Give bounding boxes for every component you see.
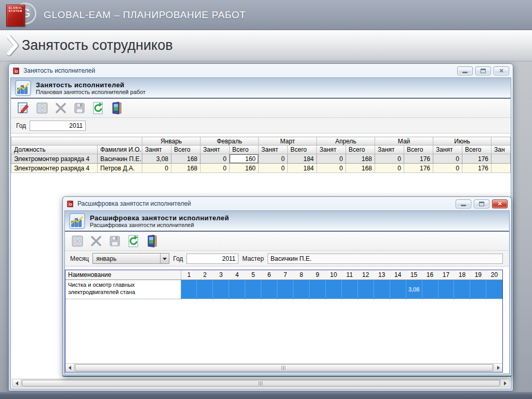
day-header[interactable]: 9 [310, 270, 326, 280]
column-header-total[interactable]: Всего [230, 145, 259, 154]
day-header[interactable]: 5 [245, 270, 261, 280]
cell-value[interactable]: 176 [462, 164, 491, 173]
gantt-bar-cell[interactable] [229, 280, 245, 299]
cell-value[interactable]: 184 [288, 154, 317, 164]
gantt-bar-cell[interactable] [277, 280, 294, 299]
cell-name[interactable]: Васичкин П.Е. [98, 154, 142, 164]
cell-value[interactable]: 0 [201, 164, 230, 173]
gantt-bar-cell[interactable] [245, 280, 261, 299]
gantt-bar-cell[interactable] [294, 280, 310, 299]
minimize-button[interactable] [456, 200, 471, 208]
gantt-bar-cell[interactable] [181, 280, 197, 299]
cell-value-partial[interactable] [491, 164, 511, 173]
task-name-cell[interactable]: Чистка и осмотр главных электродвигателе… [65, 280, 181, 299]
table-row[interactable]: Электромонтер разряда 4 Петров Д.А. 0 16… [11, 164, 511, 173]
column-header-total[interactable]: Всего [462, 145, 491, 154]
gantt-bar-cell[interactable] [438, 280, 454, 299]
day-header[interactable]: 18 [454, 270, 470, 280]
month-header[interactable]: Май [375, 137, 433, 145]
cell-value[interactable]: 0 [201, 154, 230, 164]
day-header[interactable]: 20 [486, 270, 502, 280]
gantt-bar-cell[interactable] [374, 280, 390, 299]
exit-button[interactable] [145, 234, 159, 248]
cell-value[interactable]: 168 [171, 164, 201, 173]
minimize-button[interactable] [457, 66, 473, 75]
cell-value-focused[interactable]: 160 [230, 154, 259, 164]
year-input[interactable] [187, 254, 238, 264]
exit-button[interactable] [110, 101, 124, 115]
scrollbar-thumb[interactable] [75, 364, 493, 371]
refresh-button[interactable] [91, 101, 105, 115]
day-header[interactable]: 7 [277, 270, 294, 280]
day-header[interactable]: 6 [261, 270, 277, 280]
month-header[interactable]: Апрель [317, 137, 375, 145]
month-header[interactable]: Март [259, 137, 317, 145]
day-header[interactable]: 4 [229, 270, 245, 280]
gantt-bar-cell[interactable] [454, 280, 470, 299]
year-input[interactable] [30, 121, 86, 131]
column-header-total[interactable]: Всего [171, 145, 201, 154]
gantt-bar-cell[interactable] [261, 280, 277, 299]
column-header-busy[interactable]: Занят [433, 145, 462, 154]
month-select[interactable]: январь [92, 253, 169, 264]
dropdown-button[interactable] [160, 254, 169, 263]
column-header-total[interactable]: Всего [346, 145, 375, 154]
cell-value[interactable]: 0 [433, 154, 462, 164]
gantt-bar-cell[interactable] [325, 280, 341, 299]
month-header[interactable]: Июнь [433, 137, 491, 145]
gantt-bar-value-cell[interactable]: 3,08 [406, 280, 422, 299]
column-header-total[interactable]: Всего [288, 145, 317, 154]
column-header-busy[interactable]: Занят [142, 145, 171, 154]
scroll-right-button[interactable] [500, 379, 509, 387]
close-button[interactable]: ✕ [494, 66, 509, 75]
month-header[interactable]: Январь [142, 137, 201, 145]
cell-value[interactable]: 0 [375, 154, 404, 164]
main-horizontal-scrollbar[interactable] [12, 379, 510, 388]
gantt-bar-cell[interactable] [470, 280, 486, 299]
titlebar-main[interactable]: G Занятость исполнителей ✕ [9, 64, 513, 77]
edit-button[interactable] [16, 101, 30, 115]
cell-value[interactable]: 176 [404, 154, 433, 164]
day-header[interactable]: 15 [406, 270, 422, 280]
save-button[interactable] [108, 234, 122, 248]
cell-name[interactable]: Петров Д.А. [98, 164, 142, 173]
day-header[interactable]: 1 [181, 270, 197, 280]
day-header[interactable]: 10 [325, 270, 341, 280]
day-header[interactable]: 12 [357, 270, 374, 280]
cell-value[interactable]: 0 [259, 154, 288, 164]
cell-value[interactable]: 0 [142, 164, 171, 173]
scroll-left-button[interactable] [65, 364, 74, 372]
cell-value[interactable]: 168 [346, 164, 375, 173]
month-header[interactable]: Февраль [201, 137, 259, 145]
day-header[interactable]: 16 [422, 270, 438, 280]
cell-value[interactable]: 0 [317, 154, 346, 164]
cell-value[interactable]: 0 [259, 164, 288, 173]
titlebar-child[interactable]: G Расшифровка занятости исполнителей ✕ [63, 197, 511, 210]
column-header-busy[interactable]: Занят [259, 145, 288, 154]
day-header[interactable]: 3 [213, 270, 229, 280]
column-header-name[interactable]: Фамилия И.О. [98, 145, 142, 154]
scrollbar-thumb[interactable] [22, 380, 500, 387]
master-input[interactable] [268, 254, 503, 264]
column-header-total[interactable]: Всего [404, 145, 433, 154]
day-header[interactable]: 17 [438, 270, 454, 280]
table-row-selected[interactable]: Электромонтер разряда 4 Васичкин П.Е. 3,… [11, 154, 511, 164]
maximize-button[interactable] [475, 66, 491, 75]
maximize-button[interactable] [474, 200, 489, 208]
column-header-name[interactable]: Наименование [65, 270, 181, 280]
cell-value[interactable]: 0 [433, 164, 462, 173]
gantt-bar-cell[interactable] [341, 280, 357, 299]
gantt-bar-cell[interactable] [486, 280, 502, 299]
gantt-bar-cell[interactable] [422, 280, 438, 299]
delete-button[interactable] [54, 101, 68, 115]
gantt-bar-cell[interactable] [390, 280, 406, 299]
cell-position[interactable]: Электромонтер разряда 4 [11, 154, 98, 164]
cell-value[interactable]: 0 [317, 164, 346, 173]
column-header-position[interactable]: Должность [11, 145, 98, 154]
refresh-button[interactable] [126, 234, 140, 248]
scroll-right-button[interactable] [494, 364, 502, 372]
cell-value-partial[interactable] [491, 154, 511, 164]
day-header[interactable]: 14 [390, 270, 406, 280]
day-header[interactable]: 13 [374, 270, 390, 280]
cell-value[interactable]: 176 [404, 164, 433, 173]
